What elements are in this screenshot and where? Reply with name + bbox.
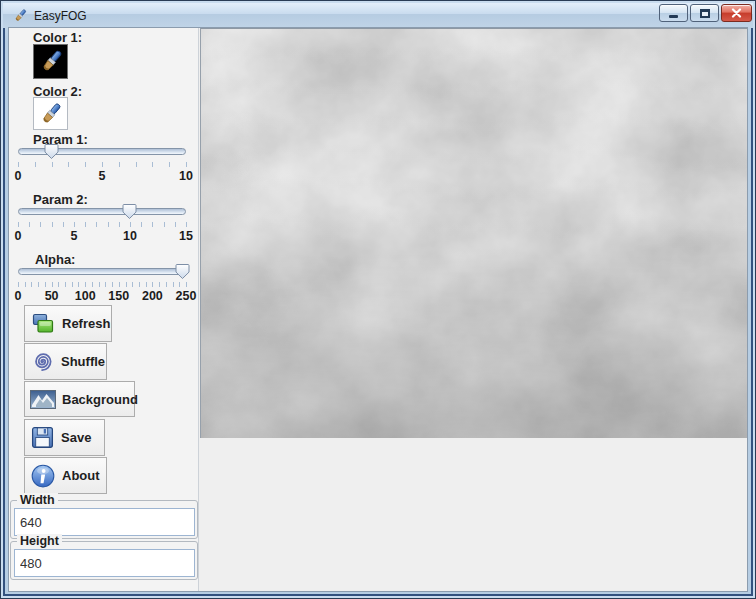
background-icon bbox=[30, 390, 56, 409]
width-input[interactable] bbox=[14, 508, 195, 536]
param2-tick-labels: 0 5 10 15 bbox=[18, 229, 186, 244]
refresh-button-label: Refresh bbox=[62, 316, 110, 331]
titlebar[interactable]: EasyFOG bbox=[3, 3, 753, 28]
tick-label: 200 bbox=[142, 289, 163, 303]
save-button-label: Save bbox=[61, 430, 91, 445]
alpha-tick-labels: 0 50 100 150 200 250 bbox=[18, 289, 186, 304]
fog-preview-canvas bbox=[201, 29, 747, 438]
shuffle-button-label: Shuffle bbox=[61, 354, 105, 369]
tick-label: 250 bbox=[176, 289, 197, 303]
alpha-slider-track[interactable] bbox=[18, 268, 186, 275]
tick-label: 50 bbox=[45, 289, 59, 303]
param2-slider-track[interactable] bbox=[18, 208, 186, 215]
client-area: Color 1: Color 2: Param 1: 0 5 10 bbox=[8, 27, 748, 592]
background-button-label: Background bbox=[62, 392, 138, 407]
refresh-icon bbox=[30, 312, 56, 336]
tick-label: 0 bbox=[15, 289, 22, 303]
close-button[interactable] bbox=[721, 4, 752, 22]
color1-label: Color 1: bbox=[33, 30, 82, 45]
refresh-button[interactable]: Refresh bbox=[24, 305, 112, 342]
save-button[interactable]: Save bbox=[24, 419, 105, 456]
width-group-label: Width bbox=[17, 493, 58, 507]
tick-label: 5 bbox=[71, 229, 78, 243]
param1-slider-thumb[interactable] bbox=[44, 143, 59, 160]
tick-label: 10 bbox=[179, 169, 193, 183]
about-icon info-icon bbox=[30, 463, 56, 489]
param1-ticks bbox=[18, 162, 187, 167]
background-button[interactable]: Background bbox=[24, 381, 135, 417]
color2-button[interactable] bbox=[33, 97, 68, 130]
height-input[interactable] bbox=[14, 549, 195, 577]
about-button[interactable]: About bbox=[24, 457, 107, 494]
shuffle-icon bbox=[30, 349, 55, 374]
tick-label: 150 bbox=[108, 289, 129, 303]
param1-slider: 0 5 10 bbox=[18, 143, 186, 184]
height-group-label: Height bbox=[17, 534, 62, 548]
height-group: Height bbox=[10, 541, 198, 580]
paintbrush-icon bbox=[37, 48, 65, 76]
shuffle-button[interactable]: Shuffle bbox=[24, 343, 107, 380]
paintbrush-icon bbox=[37, 101, 64, 128]
app-window: EasyFOG Color 1: Color 2: Param bbox=[0, 0, 756, 599]
alpha-ticks bbox=[18, 282, 187, 287]
window-controls bbox=[659, 4, 752, 22]
minimize-button[interactable] bbox=[659, 4, 688, 22]
app-paintbrush-icon bbox=[12, 8, 28, 24]
tick-label: 0 bbox=[15, 229, 22, 243]
close-icon bbox=[731, 8, 742, 18]
color1-button[interactable] bbox=[33, 44, 68, 79]
param2-slider-thumb[interactable] bbox=[122, 203, 137, 220]
canvas-area bbox=[199, 28, 747, 591]
tick-label: 0 bbox=[15, 169, 22, 183]
fog-preview bbox=[200, 28, 747, 438]
tick-label: 100 bbox=[75, 289, 96, 303]
alpha-slider-thumb[interactable] bbox=[175, 263, 190, 280]
param2-ticks bbox=[18, 222, 187, 227]
tick-label: 15 bbox=[179, 229, 193, 243]
sidebar: Color 1: Color 2: Param 1: 0 5 10 bbox=[9, 28, 199, 591]
save-icon bbox=[30, 425, 55, 450]
minimize-icon bbox=[669, 15, 678, 18]
maximize-icon bbox=[700, 9, 710, 18]
param1-tick-labels: 0 5 10 bbox=[18, 169, 186, 184]
tick-label: 10 bbox=[123, 229, 137, 243]
window-title: EasyFOG bbox=[34, 9, 87, 23]
param2-slider: 0 5 10 15 bbox=[18, 203, 186, 244]
alpha-slider: 0 50 100 150 200 250 bbox=[18, 263, 186, 304]
tick-label: 5 bbox=[99, 169, 106, 183]
maximize-button[interactable] bbox=[690, 4, 719, 22]
about-button-label: About bbox=[62, 468, 100, 483]
